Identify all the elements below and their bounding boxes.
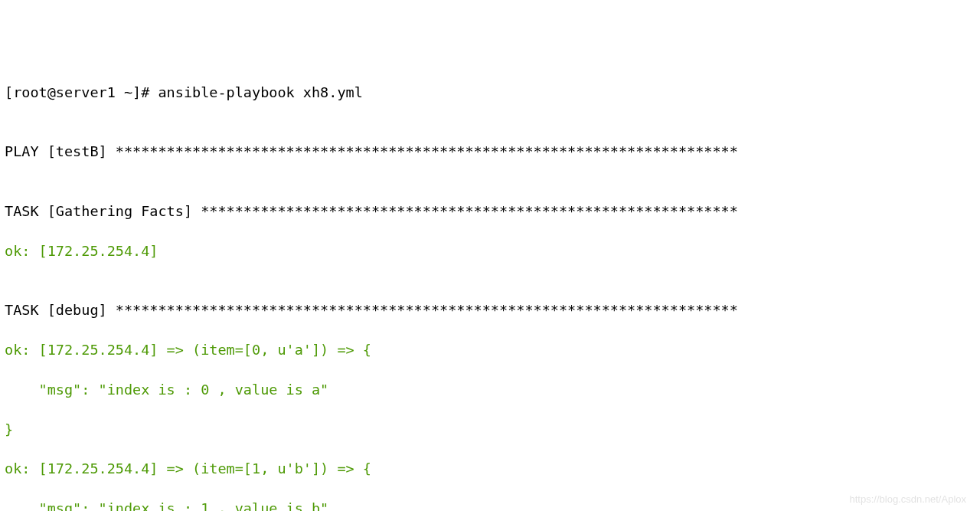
task-gathering-facts-ok: ok: [172.25.254.4]	[5, 241, 975, 261]
watermark: https://blog.csdn.net/Aplox	[850, 493, 966, 506]
task-debug-header: TASK [debug] ***************************…	[5, 300, 975, 320]
debug-item-1-line1: ok: [172.25.254.4] => (item=[1, u'b']) =…	[5, 459, 975, 479]
debug-item-0-line3: }	[5, 420, 975, 440]
play-header: PLAY [testB] ***************************…	[5, 142, 975, 162]
debug-item-0-line1: ok: [172.25.254.4] => (item=[0, u'a']) =…	[5, 340, 975, 360]
task-gathering-facts-header: TASK [Gathering Facts] *****************…	[5, 201, 975, 221]
shell-prompt: [root@server1 ~]# ansible-playbook xh8.y…	[5, 83, 975, 103]
debug-item-0-line2: "msg": "index is : 0 , value is a"	[5, 380, 975, 400]
debug-item-1-line2: "msg": "index is : 1 , value is b"	[5, 499, 975, 511]
